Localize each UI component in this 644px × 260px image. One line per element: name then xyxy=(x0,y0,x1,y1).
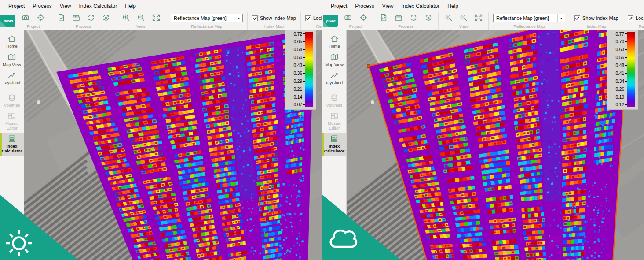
zoom-in-button[interactable] xyxy=(443,13,454,23)
toolbar-group-label: View xyxy=(443,24,484,29)
sync-icon xyxy=(86,13,96,23)
legend-value: 0.55 xyxy=(616,55,624,60)
sidebar-item-volumes: Volumes xyxy=(322,92,346,110)
menu-item-index-calculator[interactable]: Index Calculator xyxy=(75,2,121,10)
processing-options-button[interactable] xyxy=(378,13,389,23)
sidebar-item-map-view[interactable]: Map View xyxy=(0,51,24,70)
menu-item-process[interactable]: Process xyxy=(351,2,378,10)
sidebar-item-raycloud[interactable]: rayCloud xyxy=(322,69,346,88)
open-results-button[interactable] xyxy=(393,13,404,23)
legend-value: 0.65 xyxy=(294,39,302,44)
sidebar-item-index-calculator[interactable]: Index Calculator xyxy=(0,133,24,156)
menu-item-help[interactable]: Help xyxy=(443,2,462,10)
camera-button[interactable] xyxy=(343,13,354,23)
map-view[interactable]: 0.72 0.65 0.58 0.50 0.43 0.36 0.29 0.21 … xyxy=(24,30,322,260)
fit-view-button[interactable] xyxy=(150,13,161,23)
update-index-button[interactable] xyxy=(100,13,111,23)
legend-value: 0.58 xyxy=(294,47,302,52)
svg-text:pix4d: pix4d xyxy=(4,19,14,23)
legend-value: 0.19 xyxy=(616,95,624,100)
update-index-button[interactable] xyxy=(423,13,434,23)
menu-item-view[interactable]: View xyxy=(56,2,75,10)
toolbar-group-label: Reflectance Map xyxy=(171,24,243,29)
fit-view-button[interactable] xyxy=(473,13,484,23)
raycloud-icon xyxy=(7,71,17,80)
document-check-icon xyxy=(379,13,388,23)
legend-values: 0.72 0.65 0.58 0.50 0.43 0.36 0.29 0.21 … xyxy=(285,32,305,107)
toolbar-group-reflectance-map: Reflectance Map [green] ▾ Reflectance Ma… xyxy=(488,12,570,30)
menu-item-project[interactable]: Project xyxy=(4,2,29,10)
index-calculator-icon xyxy=(7,134,17,144)
zoom-out-button[interactable] xyxy=(135,13,146,23)
menu-item-process[interactable]: Process xyxy=(29,2,55,10)
volumes-icon xyxy=(7,93,17,103)
sidebar-item-home[interactable]: Home xyxy=(0,33,24,51)
zoom-out-button[interactable] xyxy=(458,13,469,23)
chevron-down-icon: ▾ xyxy=(235,14,242,22)
zoom-out-icon xyxy=(136,13,146,23)
toolbar-group-reflectance-map: Reflectance Map [green] ▾ Reflectance Ma… xyxy=(166,12,247,30)
sidebar-item-home[interactable]: Home xyxy=(322,33,346,51)
sidebar-item-label: Mosaic Editor xyxy=(2,121,22,130)
index-legend: 0.72 0.65 0.58 0.50 0.43 0.36 0.29 0.21 … xyxy=(285,30,316,110)
volumes-icon xyxy=(329,93,339,103)
reflectance-map-select[interactable]: Reflectance Map [green] ▾ xyxy=(493,14,565,22)
map-view[interactable]: 0.77 0.70 0.63 0.55 0.48 0.41 0.34 0.26 … xyxy=(347,30,644,260)
toolbar-group-process: Process xyxy=(51,12,116,30)
sidebar-item-index-calculator[interactable]: Index Calculator xyxy=(322,133,346,156)
menu-bar: Project Process View Index Calculator He… xyxy=(0,0,322,12)
lock-regions-checkbox[interactable]: Lock Regions xyxy=(305,13,322,23)
zoom-in-button[interactable] xyxy=(121,13,132,23)
menu-item-project[interactable]: Project xyxy=(327,2,351,10)
pix4d-logo: pix4d xyxy=(0,12,16,30)
legend-value: 0.41 xyxy=(616,71,624,76)
expand-icon xyxy=(151,13,161,23)
open-box-icon xyxy=(71,13,81,23)
index-legend: 0.77 0.70 0.63 0.55 0.48 0.41 0.34 0.26 … xyxy=(607,30,638,110)
checkbox-check-icon xyxy=(574,15,580,21)
app-window: Project Process View Index Calculator He… xyxy=(0,0,322,260)
reprocess-button[interactable] xyxy=(408,13,419,23)
toolbar-group-index-map: Show Index Map Index Map xyxy=(570,12,623,30)
sidebar-item-raycloud[interactable]: rayCloud xyxy=(0,69,24,88)
show-index-map-checkbox[interactable]: Show Index Map xyxy=(252,13,296,23)
crosshair-button[interactable] xyxy=(358,13,369,23)
index-calculator-icon xyxy=(329,134,339,144)
processing-options-button[interactable] xyxy=(55,13,66,23)
map-icon xyxy=(7,53,17,62)
reflectance-map-select[interactable]: Reflectance Map [green] ▾ xyxy=(171,14,243,22)
sidebar-item-map-view[interactable]: Map View xyxy=(322,51,346,70)
toolbar-group-label: Project xyxy=(20,24,46,29)
legend-value: 0.34 xyxy=(616,79,624,84)
map-canvas[interactable] xyxy=(24,30,322,260)
legend-colorbar xyxy=(305,32,313,107)
checkbox-label: Lock Regions xyxy=(636,15,644,21)
menu-item-index-calculator[interactable]: Index Calculator xyxy=(398,2,444,10)
checkbox-check-icon xyxy=(305,15,311,21)
toolbar-group-label: Project xyxy=(343,24,369,29)
checkbox-label: Show Index Map xyxy=(260,15,296,21)
sidebar-item-volumes: Volumes xyxy=(0,92,24,110)
lock-regions-checkbox[interactable]: Lock Regions xyxy=(628,13,644,23)
map-canvas[interactable] xyxy=(347,30,644,260)
legend-colorbar xyxy=(627,32,635,107)
toolbar-group-label: Reflectance Map xyxy=(493,24,565,29)
sidebar-item-label: Index Calculator xyxy=(324,144,344,153)
toolbar-group-label: Process xyxy=(55,24,111,29)
camera-button[interactable] xyxy=(20,13,31,23)
legend-value: 0.36 xyxy=(294,71,302,76)
reprocess-button[interactable] xyxy=(85,13,96,23)
sidebar-divider xyxy=(322,88,346,92)
reflectance-map-select-value: Reflectance Map [green] xyxy=(174,15,227,21)
document-check-icon xyxy=(56,13,66,23)
menu-item-view[interactable]: View xyxy=(378,2,398,10)
mosaic-editor-icon xyxy=(7,111,17,121)
sidebar-item-mosaic-editor: Mosaic Editor xyxy=(322,110,346,133)
menu-item-help[interactable]: Help xyxy=(121,2,140,10)
toolbar-group-label: Regions xyxy=(305,24,322,29)
show-index-map-checkbox[interactable]: Show Index Map xyxy=(574,13,618,23)
open-results-button[interactable] xyxy=(70,13,81,23)
toolbar-group-label: Regions xyxy=(628,24,644,29)
crosshair-button[interactable] xyxy=(35,13,46,23)
svg-text:pix4d: pix4d xyxy=(326,19,336,23)
